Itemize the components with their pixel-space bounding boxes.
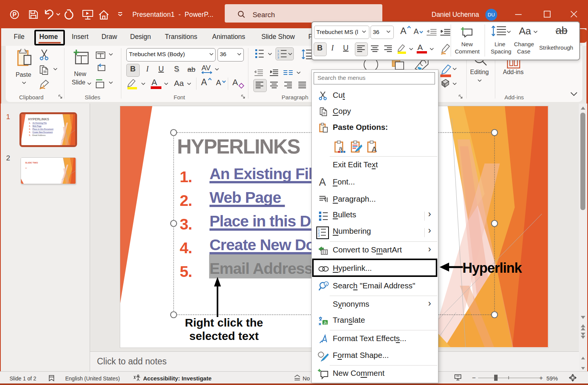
svg-text:5.: 5.: [29, 134, 31, 136]
svg-text:Place in this Document: Place in this Document: [32, 128, 53, 130]
svg-text:2.: 2.: [29, 125, 31, 127]
svg-text:3: 3: [277, 56, 279, 59]
svg-text:3: 3: [318, 234, 320, 237]
svg-text:3.: 3.: [29, 128, 31, 130]
svg-text:A: A: [372, 145, 377, 154]
svg-text:a: a: [339, 145, 342, 152]
svg-text:あ: あ: [324, 320, 327, 325]
svg-text:Email Address: Email Address: [32, 134, 46, 136]
svg-text:An Existing File: An Existing File: [32, 122, 47, 124]
svg-text:SLIDE TWO: SLIDE TWO: [25, 162, 38, 164]
svg-text:1.: 1.: [29, 122, 31, 124]
svg-text:▲ ·: ▲ ·: [25, 167, 28, 169]
svg-text:Web Page: Web Page: [32, 125, 42, 127]
svg-text:4.: 4.: [29, 131, 31, 133]
svg-text:Create New Document: Create New Document: [32, 131, 53, 133]
svg-text:HYPERLINKS: HYPERLINKS: [28, 117, 49, 121]
svg-text:P: P: [13, 11, 17, 18]
